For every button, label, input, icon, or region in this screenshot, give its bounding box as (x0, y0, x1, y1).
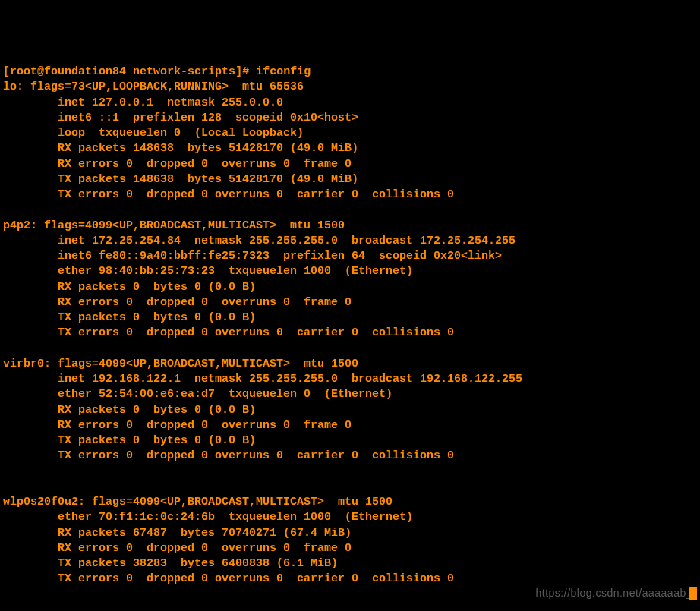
iface-virbr0-line: RX errors 0 dropped 0 overruns 0 frame 0 (58, 419, 352, 432)
iface-virbr0-line: ether 52:54:00:e6:ea:d7 txqueuelen 0 (Et… (58, 388, 393, 401)
iface-p4p2-line: RX packets 0 bytes 0 (0.0 B) (58, 281, 256, 294)
watermark-text: https://blog.csdn.net/aaaaaab_ (536, 586, 692, 600)
iface-virbr0-line: inet 192.168.122.1 netmask 255.255.255.0… (58, 373, 522, 386)
iface-wlp-header: wlp0s20f0u2: flags=4099<UP,BROADCAST,MUL… (3, 496, 393, 509)
iface-p4p2-line: inet6 fe80::9a40:bbff:fe25:7323 prefixle… (58, 250, 502, 263)
iface-virbr0-line: TX packets 0 bytes 0 (0.0 B) (58, 434, 256, 447)
iface-wlp-line: TX errors 0 dropped 0 overruns 0 carrier… (58, 572, 454, 585)
iface-virbr0-line: TX errors 0 dropped 0 overruns 0 carrier… (58, 449, 454, 462)
iface-p4p2-line: TX packets 0 bytes 0 (0.0 B) (58, 311, 256, 324)
iface-p4p2-line: RX errors 0 dropped 0 overruns 0 frame 0 (58, 296, 352, 309)
iface-virbr0-header: virbr0: flags=4099<UP,BROADCAST,MULTICAS… (3, 357, 358, 370)
iface-p4p2-header: p4p2: flags=4099<UP,BROADCAST,MULTICAST>… (3, 219, 345, 232)
iface-lo-line: inet6 ::1 prefixlen 128 scopeid 0x10<hos… (58, 112, 358, 124)
iface-lo-line: loop txqueuelen 0 (Local Loopback) (58, 127, 304, 140)
iface-p4p2-line: inet 172.25.254.84 netmask 255.255.255.0… (58, 235, 516, 247)
iface-lo-line: TX errors 0 dropped 0 overruns 0 carrier… (58, 188, 454, 201)
terminal-cursor (689, 587, 697, 600)
iface-wlp-line: RX packets 67487 bytes 70740271 (67.4 Mi… (58, 527, 352, 540)
prompt-line: [root@foundation84 network-scripts]# ifc… (3, 65, 311, 78)
iface-lo-line: RX errors 0 dropped 0 overruns 0 frame 0 (58, 158, 352, 171)
iface-virbr0-line: RX packets 0 bytes 0 (0.0 B) (58, 404, 256, 417)
iface-wlp-line: RX errors 0 dropped 0 overruns 0 frame 0 (58, 542, 352, 555)
iface-wlp-line: TX packets 38283 bytes 6400838 (6.1 MiB) (58, 557, 338, 570)
iface-lo-header: lo: flags=73<UP,LOOPBACK,RUNNING> mtu 65… (3, 80, 304, 93)
iface-lo-line: TX packets 148638 bytes 51428170 (49.0 M… (58, 173, 358, 186)
iface-wlp-line: ether 70:f1:1c:0c:24:6b txqueuelen 1000 … (58, 511, 413, 524)
terminal-output[interactable]: [root@foundation84 network-scripts]# ifc… (3, 65, 697, 587)
iface-p4p2-line: ether 98:40:bb:25:73:23 txqueuelen 1000 … (58, 265, 413, 278)
iface-p4p2-line: TX errors 0 dropped 0 overruns 0 carrier… (58, 326, 454, 339)
iface-lo-line: inet 127.0.0.1 netmask 255.0.0.0 (58, 96, 283, 109)
iface-lo-line: RX packets 148638 bytes 51428170 (49.0 M… (58, 142, 358, 155)
